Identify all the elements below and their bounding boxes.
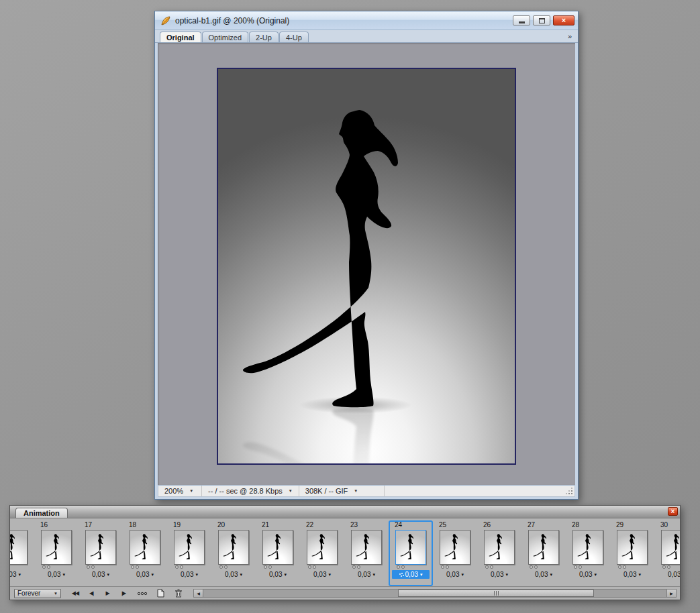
step-forward-button[interactable]: |▶: [115, 588, 132, 598]
frame-thumbnail[interactable]: [218, 530, 249, 565]
animation-palette-header[interactable]: Animation ×: [10, 506, 680, 518]
frame-number: 28: [572, 521, 579, 529]
frame-delay-selector[interactable]: 0,03 ▾: [617, 570, 647, 579]
animation-frame-20[interactable]: 20 0,03 ▾: [211, 520, 256, 586]
frame-delay-selector[interactable]: 0,03 ▾: [573, 570, 603, 579]
frame-delay-selector[interactable]: 0,03 ▾: [130, 570, 160, 579]
tab-original[interactable]: Original: [160, 32, 201, 42]
first-frame-button[interactable]: ◀◀: [67, 588, 83, 598]
frame-delay-selector[interactable]: 0,03 ▾: [662, 570, 680, 579]
frame-delay-selector[interactable]: 0,03 ▾: [42, 570, 71, 579]
new-frame-button[interactable]: [153, 588, 168, 598]
frame-number: 30: [660, 521, 668, 529]
timing-info-dropdown[interactable]: -- / -- sec @ 28.8 Kbps ▼: [202, 486, 299, 496]
frame-delay-selector[interactable]: 0,03 ▾: [392, 570, 430, 579]
scrollbar-thumb[interactable]: [398, 590, 594, 597]
animation-frame-16[interactable]: 16 0,03 ▾: [34, 520, 79, 586]
frame-delay-selector[interactable]: 0,03 ▾: [352, 570, 381, 579]
file-size-dropdown[interactable]: 308K / -- GIF ▼: [299, 486, 385, 496]
canvas-area[interactable]: [158, 43, 575, 485]
frame-delay-selector[interactable]: 0,03 ▾: [529, 570, 558, 579]
scroll-right-button[interactable]: ▶: [666, 590, 676, 597]
frame-thumbnail[interactable]: [440, 530, 470, 565]
frame-delay-selector[interactable]: 0,03 ▾: [485, 570, 514, 579]
frame-number: 29: [616, 521, 623, 529]
transport-icon: |▶: [121, 590, 126, 596]
frame-delay-value: 0,03: [136, 571, 149, 578]
animation-frame-18[interactable]: 18 0,03 ▾: [123, 520, 167, 586]
frame-thumbnail[interactable]: [174, 530, 205, 565]
frame-disposal-dots: [174, 565, 205, 569]
scroll-left-button[interactable]: ◀: [194, 590, 203, 597]
animation-frame-24[interactable]: 24 0,03 ▾: [389, 520, 433, 586]
tween-button[interactable]: [135, 588, 150, 598]
animation-frame[interactable]: 0,03 ▾: [10, 520, 34, 586]
frame-delay-selector[interactable]: 0,03 ▾: [219, 570, 248, 579]
tab-2-up[interactable]: 2-Up: [249, 32, 279, 42]
frame-delay-selector[interactable]: 0,03 ▾: [263, 570, 293, 579]
transport-controls: ◀◀ ◀| ▶ |▶: [67, 588, 132, 598]
animation-frame-25[interactable]: 25 0,03 ▾: [433, 520, 477, 586]
frame-thumbnail[interactable]: [395, 530, 426, 565]
animation-frame-30[interactable]: 30 0,03 ▾: [654, 520, 680, 586]
frame-delay-value: 0,03: [623, 571, 636, 578]
frame-delay-selector[interactable]: 0,03 ▾: [10, 570, 27, 579]
zoom-level-dropdown[interactable]: 200% ▼: [158, 486, 202, 496]
animation-frame-27[interactable]: 27 0,03 ▾: [521, 520, 566, 586]
animation-frame-28[interactable]: 28 0,03 ▾: [566, 520, 610, 586]
animation-frame-22[interactable]: 22 0,03 ▾: [300, 520, 344, 586]
delay-dropdown-icon: ▾: [420, 571, 423, 578]
frame-thumbnail[interactable]: [661, 530, 680, 565]
frame-thumbnail[interactable]: [307, 530, 338, 565]
tab-optimized[interactable]: Optimized: [202, 32, 249, 42]
tab-4-up[interactable]: 4-Up: [279, 32, 309, 42]
animation-frame-17[interactable]: 17 0,03 ▾: [79, 520, 123, 586]
animation-frame-23[interactable]: 23 0,03 ▾: [344, 520, 389, 586]
frame-thumbnail-figure: [174, 531, 204, 564]
frame-thumbnail[interactable]: [351, 530, 382, 565]
frame-thumbnail[interactable]: [617, 530, 648, 565]
frame-delay-selector[interactable]: 0,03 ▾: [440, 570, 470, 579]
resize-grip[interactable]: [566, 488, 573, 495]
frame-thumbnail[interactable]: [10, 530, 28, 565]
loop-selector[interactable]: Forever ▼: [14, 589, 61, 598]
step-back-button[interactable]: ◀|: [83, 588, 99, 598]
loop-selector-value: Forever: [17, 590, 40, 597]
close-button[interactable]: ×: [553, 15, 574, 25]
frame-number: 18: [129, 521, 136, 529]
scrollbar-track[interactable]: [203, 590, 666, 597]
frame-delay-selector[interactable]: 0,03 ▾: [174, 570, 204, 579]
palette-footer: Forever ▼ ◀◀ ◀| ▶ |▶: [10, 586, 680, 600]
animation-frame-29[interactable]: 29 0,03 ▾: [610, 520, 654, 586]
status-text: 308K / -- GIF: [305, 487, 348, 495]
frame-delay-value: 0,03: [358, 571, 370, 578]
palette-close-button[interactable]: ×: [668, 507, 678, 516]
play-button[interactable]: ▶: [99, 588, 115, 598]
scrollbar-grip: [494, 591, 495, 596]
frame-thumbnail[interactable]: [572, 530, 603, 565]
title-bar[interactable]: optical-b1.gif @ 200% (Original) ×: [155, 11, 578, 30]
maximize-button[interactable]: [533, 15, 550, 25]
frame-thumbnail[interactable]: [528, 530, 559, 565]
animation-frame-26[interactable]: 26 0,03 ▾: [477, 520, 521, 586]
frames-scrollbar[interactable]: ◀ ▶: [193, 589, 677, 598]
frame-thumbnail[interactable]: [262, 530, 293, 565]
frame-thumbnail-figure: [86, 531, 115, 564]
delay-dropdown-icon: ▾: [594, 571, 597, 578]
frame-delay-value: 0,03: [10, 571, 16, 578]
gif-preview-image[interactable]: [217, 68, 516, 465]
minimize-button[interactable]: [513, 15, 530, 25]
frame-delay-value: 0,03: [225, 571, 238, 578]
frame-thumbnail[interactable]: [130, 530, 160, 565]
delete-frame-button[interactable]: [171, 588, 186, 598]
animation-frame-21[interactable]: 21 0,03 ▾: [256, 520, 300, 586]
animation-frame-19[interactable]: 19 0,03 ▾: [167, 520, 211, 586]
frame-thumbnail[interactable]: [41, 530, 72, 565]
animation-tab[interactable]: Animation: [15, 508, 68, 518]
frame-delay-selector[interactable]: 0,03 ▾: [307, 570, 337, 579]
frame-delay-selector[interactable]: 0,03 ▾: [86, 570, 115, 579]
tab-overflow-chevron[interactable]: »: [568, 32, 572, 40]
delay-dropdown-icon: ▾: [62, 571, 65, 578]
frame-thumbnail[interactable]: [484, 530, 515, 565]
frame-thumbnail[interactable]: [85, 530, 116, 565]
